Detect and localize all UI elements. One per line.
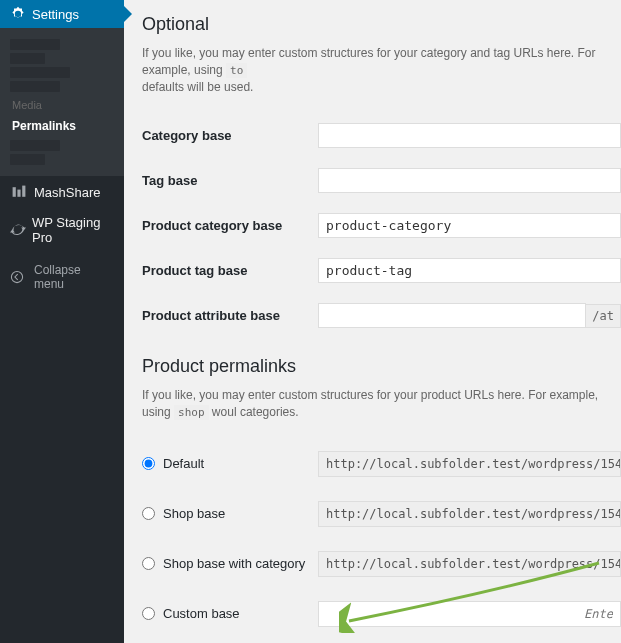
svg-rect-2 <box>22 186 25 197</box>
permalink-row-default: Default http://local.subfolder.test/word… <box>142 439 621 489</box>
url-preview-shop-base-cat: http://local.subfolder.test/wordpress/15… <box>318 551 621 577</box>
sidebar-item-media[interactable]: Media <box>0 95 124 115</box>
row-product-attribute-base: Product attribute base /at <box>142 293 621 338</box>
radio-shop-base-cat-label[interactable]: Shop base with category <box>163 556 305 571</box>
radio-shop-base-label[interactable]: Shop base <box>163 506 225 521</box>
url-preview-default: http://local.subfolder.test/wordpress/15… <box>318 451 621 477</box>
refresh-icon <box>10 221 26 239</box>
permalink-row-custom: Custom base <box>142 589 621 639</box>
radio-default-label[interactable]: Default <box>163 456 204 471</box>
label-product-category-base: Product category base <box>142 218 318 233</box>
url-preview-shop-base: http://local.subfolder.test/wordpress/15… <box>318 501 621 527</box>
svg-rect-0 <box>13 187 16 197</box>
sidebar-collapse[interactable]: Collapse menu <box>0 256 124 298</box>
sidebar-sub-redacted[interactable] <box>10 140 60 151</box>
admin-sidebar: Settings Media Permalinks MashShare WP S… <box>0 0 124 643</box>
permalink-row-shop-base-cat: Shop base with category http://local.sub… <box>142 539 621 589</box>
svg-point-3 <box>11 271 22 282</box>
sidebar-item-permalinks[interactable]: Permalinks <box>0 115 124 137</box>
section-product-desc: If you like, you may enter custom struct… <box>142 387 621 421</box>
sidebar-sub-redacted[interactable] <box>10 39 60 50</box>
row-tag-base: Tag base <box>142 158 621 203</box>
section-optional-title: Optional <box>142 14 621 35</box>
input-tag-base[interactable] <box>318 168 621 193</box>
input-product-tag-base[interactable] <box>318 258 621 283</box>
radio-shop-base-cat[interactable] <box>142 557 155 570</box>
input-product-attribute-base[interactable] <box>318 303 586 328</box>
sidebar-item-label: WP Staging Pro <box>32 215 114 245</box>
radio-custom-label[interactable]: Custom base <box>163 606 240 621</box>
sidebar-sub-redacted[interactable] <box>10 53 45 64</box>
sidebar-header-settings[interactable]: Settings <box>0 0 124 28</box>
row-product-tag-base: Product tag base <box>142 248 621 293</box>
settings-icon <box>10 6 26 22</box>
input-product-category-base[interactable] <box>318 213 621 238</box>
section-product-title: Product permalinks <box>142 356 621 377</box>
sidebar-item-wp-staging[interactable]: WP Staging Pro <box>0 208 124 252</box>
sidebar-collapse-label: Collapse menu <box>34 263 114 291</box>
sidebar-item-label: MashShare <box>34 185 100 200</box>
row-product-category-base: Product category base <box>142 203 621 248</box>
permalink-row-shop-base: Shop base http://local.subfolder.test/wo… <box>142 489 621 539</box>
suffix-product-attribute-base: /at <box>586 304 621 328</box>
sidebar-submenu: Media Permalinks <box>0 28 124 176</box>
collapse-icon <box>10 270 28 284</box>
sidebar-item-mashshare[interactable]: MashShare <box>0 176 124 208</box>
label-product-attribute-base: Product attribute base <box>142 308 318 323</box>
input-custom-base[interactable] <box>318 601 621 627</box>
section-optional-desc: If you like, you may enter custom struct… <box>142 45 621 95</box>
main-content: Optional If you like, you may enter cust… <box>124 0 621 643</box>
sidebar-sub-redacted[interactable] <box>10 154 45 165</box>
radio-shop-base[interactable] <box>142 507 155 520</box>
radio-custom[interactable] <box>142 607 155 620</box>
row-category-base: Category base <box>142 113 621 158</box>
mashshare-icon <box>10 183 28 201</box>
label-tag-base: Tag base <box>142 173 318 188</box>
label-product-tag-base: Product tag base <box>142 263 318 278</box>
svg-rect-1 <box>17 190 20 197</box>
sidebar-sub-redacted[interactable] <box>10 81 60 92</box>
sidebar-header-label: Settings <box>32 7 79 22</box>
radio-default[interactable] <box>142 457 155 470</box>
sidebar-sub-redacted[interactable] <box>10 67 70 78</box>
label-category-base: Category base <box>142 128 318 143</box>
input-category-base[interactable] <box>318 123 621 148</box>
